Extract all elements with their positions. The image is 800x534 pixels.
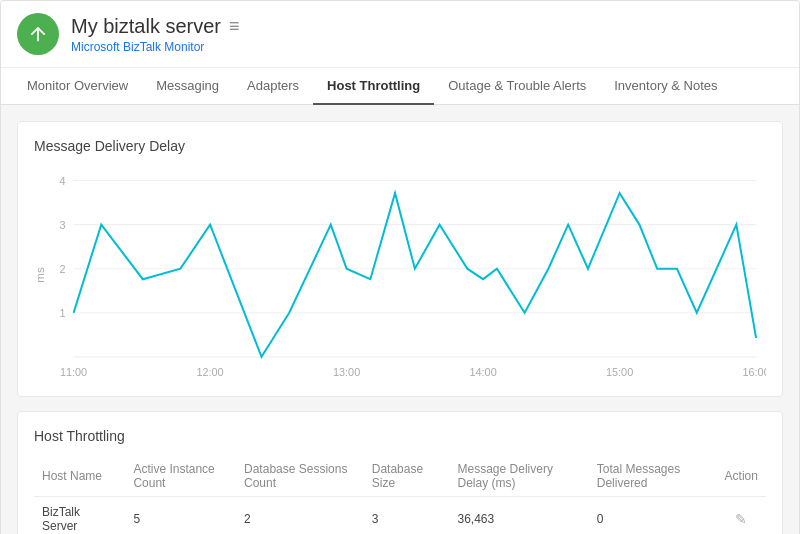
svg-text:11:00: 11:00	[60, 366, 87, 378]
tab-outage-alerts[interactable]: Outage & Trouble Alerts	[434, 68, 600, 105]
throttling-table-card: Host Throttling Host Name Active Instanc…	[17, 411, 783, 534]
throttling-table-title: Host Throttling	[34, 428, 766, 444]
svg-text:15:00: 15:00	[606, 366, 633, 378]
throttling-table: Host Name Active Instance Count Database…	[34, 456, 766, 534]
tab-monitor-overview[interactable]: Monitor Overview	[13, 68, 142, 105]
menu-icon[interactable]: ≡	[229, 16, 240, 37]
cell-msg-delay-1: 36,463	[450, 497, 589, 535]
tab-host-throttling[interactable]: Host Throttling	[313, 68, 434, 105]
svg-text:ms: ms	[34, 267, 46, 283]
col-action: Action	[717, 456, 766, 497]
main-content: Message Delivery Delay 4 3 2 1 ms	[1, 105, 799, 534]
cell-active-1: 5	[125, 497, 236, 535]
pencil-icon-1: ✎	[735, 511, 747, 527]
col-host-name: Host Name	[34, 456, 125, 497]
header-title-group: My biztalk server ≡ Microsoft BizTalk Mo…	[71, 15, 783, 54]
app-container: My biztalk server ≡ Microsoft BizTalk Mo…	[0, 0, 800, 534]
tab-adapters[interactable]: Adapters	[233, 68, 313, 105]
svg-text:13:00: 13:00	[333, 366, 360, 378]
col-db-size: Database Size	[364, 456, 450, 497]
server-subtitle: Microsoft BizTalk Monitor	[71, 40, 783, 54]
svg-text:12:00: 12:00	[196, 366, 223, 378]
svg-text:14:00: 14:00	[469, 366, 496, 378]
tab-inventory-notes[interactable]: Inventory & Notes	[600, 68, 731, 105]
col-active-instance: Active Instance Count	[125, 456, 236, 497]
svg-text:4: 4	[60, 174, 66, 186]
avatar	[17, 13, 59, 55]
col-msg-delay: Message Delivery Delay (ms)	[450, 456, 589, 497]
server-title: My biztalk server ≡	[71, 15, 783, 38]
nav-tabs: Monitor Overview Messaging Adapters Host…	[1, 68, 799, 105]
table-row: BizTalk Server 5 2 3 36,463 0 ✎	[34, 497, 766, 535]
up-arrow-icon	[27, 23, 49, 45]
header: My biztalk server ≡ Microsoft BizTalk Mo…	[1, 1, 799, 68]
svg-text:16:00: 16:00	[742, 366, 766, 378]
col-db-sessions: Database Sessions Count	[236, 456, 364, 497]
edit-button-1[interactable]: ✎	[717, 497, 766, 535]
cell-total-1: 0	[589, 497, 717, 535]
cell-db-sessions-1: 2	[236, 497, 364, 535]
svg-text:2: 2	[60, 263, 66, 275]
server-name: My biztalk server	[71, 15, 221, 38]
svg-text:1: 1	[60, 307, 66, 319]
table-header-row: Host Name Active Instance Count Database…	[34, 456, 766, 497]
chart-svg: 4 3 2 1 ms 11:00 12:00 13:00 14:00 15:00…	[34, 170, 766, 380]
chart-title: Message Delivery Delay	[34, 138, 766, 154]
tab-messaging[interactable]: Messaging	[142, 68, 233, 105]
chart-card: Message Delivery Delay 4 3 2 1 ms	[17, 121, 783, 397]
cell-db-size-1: 3	[364, 497, 450, 535]
cell-host-name-1: BizTalk Server	[34, 497, 125, 535]
svg-text:3: 3	[60, 219, 66, 231]
col-total-messages: Total Messages Delivered	[589, 456, 717, 497]
chart-container: 4 3 2 1 ms 11:00 12:00 13:00 14:00 15:00…	[34, 170, 766, 380]
